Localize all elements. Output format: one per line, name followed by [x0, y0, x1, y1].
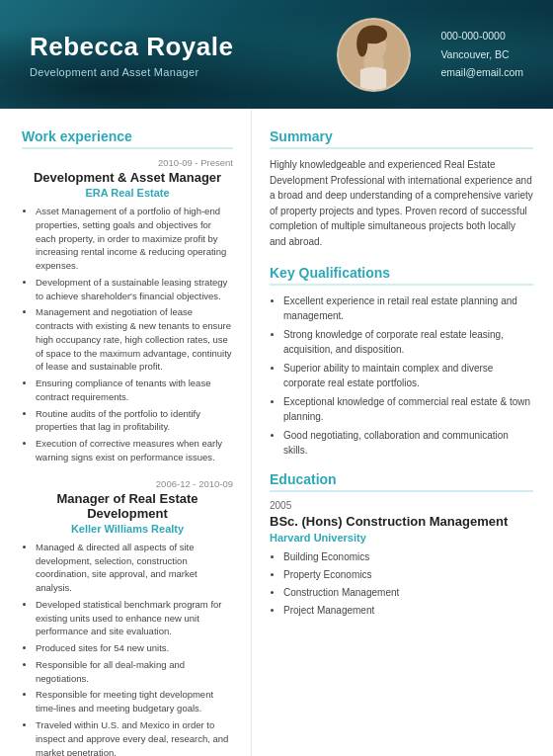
phone: 000-000-0000 — [440, 27, 523, 45]
list-item: Property Economics — [283, 567, 533, 582]
list-item: Management and negotiation of lease cont… — [36, 305, 233, 374]
svg-point-4 — [357, 31, 368, 56]
list-item: Superior ability to maintain complex and… — [283, 361, 533, 390]
edu-year: 2005 — [270, 500, 533, 511]
candidate-title: Development and Asset Manager — [30, 66, 307, 78]
list-item: Responsible for all deal-making and nego… — [36, 658, 233, 686]
job-2-title: Manager of Real Estate Development — [22, 491, 233, 521]
list-item: Traveled within U.S. and Mexico in order… — [36, 718, 233, 756]
list-item: Building Economics — [283, 549, 533, 564]
job-2-company: Keller Williams Realty — [22, 523, 233, 535]
job-2: 2006-12 - 2010-09 Manager of Real Estate… — [22, 478, 233, 756]
qualifications-list: Excellent experience in retail real esta… — [270, 294, 533, 458]
edu-school: Harvard University — [270, 532, 533, 544]
job-1-company: ERA Real Estate — [22, 187, 233, 199]
candidate-name: Rebecca Royale — [30, 32, 307, 62]
job-2-date: 2006-12 - 2010-09 — [22, 478, 233, 489]
list-item: Construction Management — [283, 585, 533, 600]
list-item: Excellent experience in retail real esta… — [283, 294, 533, 323]
summary-title: Summary — [270, 128, 533, 149]
left-column: Work experience 2010-09 - Present Develo… — [0, 109, 252, 756]
education-entry: 2005 BSc. (Hons) Construction Management… — [270, 500, 533, 618]
location: Vancouver, BC — [440, 45, 523, 64]
job-1: 2010-09 - Present Development & Asset Ma… — [22, 157, 233, 464]
candidate-photo — [337, 18, 411, 92]
list-item: Execution of corrective measures when ea… — [36, 437, 233, 464]
job-2-bullets: Managed & directed all aspects of site d… — [22, 541, 233, 756]
main-content: Work experience 2010-09 - Present Develo… — [0, 109, 553, 756]
header: Rebecca Royale Development and Asset Man… — [0, 0, 553, 109]
list-item: Managed & directed all aspects of site d… — [36, 541, 233, 595]
list-item: Good negotiating, collaboration and comm… — [283, 428, 533, 458]
email: email@email.com — [440, 63, 523, 82]
list-item: Asset Management of a portfolio of high-… — [36, 205, 233, 273]
job-1-date: 2010-09 - Present — [22, 157, 233, 168]
list-item: Produced sites for 54 new units. — [36, 641, 233, 655]
work-experience-title: Work experience — [22, 128, 233, 149]
education-title: Education — [270, 471, 533, 492]
header-contact: 000-000-0000 Vancouver, BC email@email.c… — [440, 27, 523, 83]
right-column: Summary Highly knowledgeable and experie… — [252, 109, 553, 756]
list-item: Developed statistical benchmark program … — [36, 598, 233, 638]
list-item: Strong knowledge of corporate real estat… — [283, 327, 533, 357]
list-item: Responsible for meeting tight developmen… — [36, 688, 233, 715]
job-1-bullets: Asset Management of a portfolio of high-… — [22, 205, 233, 464]
header-left: Rebecca Royale Development and Asset Man… — [30, 32, 307, 78]
job-1-title: Development & Asset Manager — [22, 170, 233, 185]
list-item: Project Management — [283, 603, 533, 618]
list-item: Routine audits of the portfolio to ident… — [36, 407, 233, 435]
edu-degree: BSc. (Hons) Construction Management — [270, 514, 533, 529]
list-item: Development of a sustainable leasing str… — [36, 276, 233, 303]
summary-text: Highly knowledgeable and experienced Rea… — [270, 157, 533, 249]
list-item: Ensuring compliance of tenants with leas… — [36, 377, 233, 404]
qualifications-title: Key Qualifications — [270, 265, 533, 286]
edu-courses: Building Economics Property Economics Co… — [270, 549, 533, 618]
list-item: Exceptional knowledge of commercial real… — [283, 394, 533, 424]
